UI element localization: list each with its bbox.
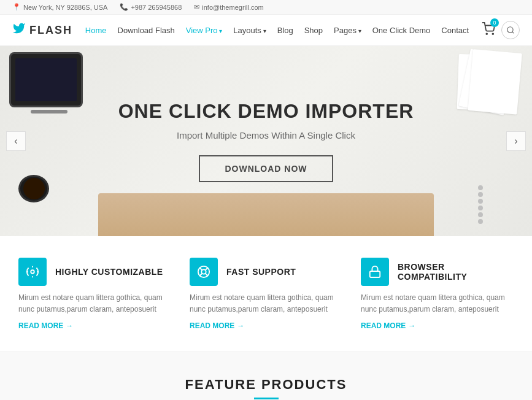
hero-tablet-decoration <box>9 52 89 113</box>
svg-point-5 <box>201 269 206 274</box>
feature-support: FAST SUPPORT Mirum est notare quam litte… <box>190 258 342 330</box>
hero-section: ONE CLICK DEMO IMPORTER Import Multiple … <box>0 46 532 236</box>
features-section: HIGHLY CUSTOMIZABLE Mirum est notare qua… <box>0 236 532 352</box>
svg-point-1 <box>492 33 493 34</box>
hero-beads-decoration <box>478 185 483 224</box>
svg-line-9 <box>200 274 202 276</box>
browser-icon <box>361 258 389 286</box>
feature-customizable-title: HIGHLY CUSTOMIZABLE <box>55 267 163 277</box>
nav-home[interactable]: Home <box>85 26 107 35</box>
feature-support-readmore[interactable]: READ MORE <box>190 321 342 330</box>
feature-browser: BROWSER COMPATIBILITY Mirum est notare q… <box>361 258 514 330</box>
hero-laptop-decoration <box>98 193 434 236</box>
nav-shop[interactable]: Shop <box>304 26 323 35</box>
nav-view-pro[interactable]: View Pro <box>186 26 223 35</box>
slider-next-button[interactable]: › <box>506 131 526 151</box>
location-icon: 📍 <box>12 3 21 11</box>
svg-point-3 <box>31 270 34 274</box>
feature-customizable: HIGHLY CUSTOMIZABLE Mirum est notare qua… <box>18 258 171 330</box>
feature-support-header: FAST SUPPORT <box>190 258 342 286</box>
nav-layouts[interactable]: Layouts <box>233 26 266 35</box>
hero-subtitle: Import Multiple Demos Within A Single Cl… <box>118 130 414 140</box>
nav-links: Home Download Flash View Pro Layouts Blo… <box>85 26 469 35</box>
phone-icon: 📞 <box>120 3 128 11</box>
hero-title: ONE CLICK DEMO IMPORTER <box>118 100 414 123</box>
svg-line-8 <box>206 268 208 271</box>
search-button[interactable] <box>501 21 520 39</box>
location-text: New York, NY 92886S, USA <box>23 4 107 11</box>
phone-info: 📞 +987 265945868 <box>120 3 182 11</box>
logo[interactable]: FLASH <box>12 21 72 39</box>
nav-blog[interactable]: Blog <box>277 26 293 35</box>
feature-products-divider <box>254 398 279 399</box>
svg-line-6 <box>200 268 202 271</box>
navbar: FLASH Home Download Flash View Pro Layou… <box>0 15 532 46</box>
nav-contact[interactable]: Contact <box>441 26 469 35</box>
feature-products-title: FEATURE PRODUCTS <box>18 377 514 393</box>
svg-rect-10 <box>370 271 380 277</box>
support-icon <box>190 258 218 286</box>
slider-prev-button[interactable]: ‹ <box>6 131 26 151</box>
feature-customizable-desc: Mirum est notare quam littera gothica, q… <box>18 292 171 315</box>
email-text: info@themegrill.com <box>202 4 263 11</box>
nav-one-click-demo[interactable]: One Click Demo <box>372 26 431 35</box>
feature-browser-header: BROWSER COMPATIBILITY <box>361 258 514 286</box>
nav-icons: 0 <box>482 21 520 39</box>
nav-download-flash[interactable]: Download Flash <box>118 26 175 35</box>
feature-browser-title: BROWSER COMPATIBILITY <box>398 262 514 282</box>
hero-coffee-decoration <box>18 175 61 218</box>
feature-browser-readmore[interactable]: READ MORE <box>361 321 514 330</box>
location-info: 📍 New York, NY 92886S, USA <box>12 3 107 11</box>
cart-button[interactable]: 0 <box>482 22 495 38</box>
svg-point-0 <box>486 33 487 34</box>
svg-point-2 <box>507 27 513 33</box>
feature-products-section: FEATURE PRODUCTS Collaboratively adminis… <box>0 352 532 400</box>
email-icon: ✉ <box>194 3 199 11</box>
feature-support-title: FAST SUPPORT <box>226 267 296 277</box>
feature-support-desc: Mirum est notare quam littera gothica, q… <box>190 292 342 315</box>
customizable-icon <box>18 258 47 286</box>
nav-pages[interactable]: Pages <box>334 26 361 35</box>
svg-line-7 <box>206 274 208 276</box>
feature-browser-desc: Mirum est notare quam littera gothica, q… <box>361 292 514 315</box>
hero-papers-decoration <box>441 46 525 117</box>
email-info: ✉ info@themegrill.com <box>194 3 263 11</box>
hero-content: ONE CLICK DEMO IMPORTER Import Multiple … <box>106 88 426 194</box>
feature-customizable-header: HIGHLY CUSTOMIZABLE <box>18 258 171 286</box>
cart-count: 0 <box>490 18 499 27</box>
top-bar: 📍 New York, NY 92886S, USA 📞 +987 265945… <box>0 0 532 15</box>
phone-text: +987 265945868 <box>131 4 182 11</box>
feature-customizable-readmore[interactable]: READ MORE <box>18 321 171 330</box>
logo-bird-icon <box>12 21 26 39</box>
logo-text: FLASH <box>29 24 72 37</box>
download-now-button[interactable]: Download Now <box>199 155 333 182</box>
